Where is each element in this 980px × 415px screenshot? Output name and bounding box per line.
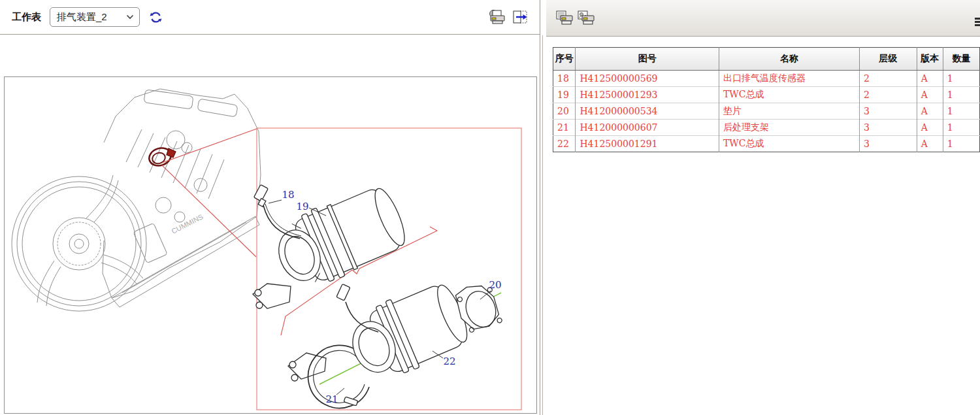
exploded-view-diagram: CUMMINS — [5, 77, 536, 413]
table-row[interactable]: 22H412500001291TWC总成3A1 — [553, 136, 980, 152]
left-toolbar: 工作表 排气装置_2 — [0, 0, 540, 35]
table-cell[interactable]: 22 — [553, 136, 576, 152]
menu-icon[interactable] — [975, 16, 980, 27]
diagram-frame: CUMMINS — [4, 76, 537, 414]
table-cell[interactable]: H412000000534 — [576, 103, 719, 120]
table-row[interactable]: 20H412000000534垫片3A1 — [553, 103, 980, 120]
table-cell[interactable]: 2 — [859, 87, 917, 103]
table-cell[interactable]: 出口排气温度传感器 — [719, 71, 860, 87]
parts-table: 序号图号名称层级版本数量 18H412500000569出口排气温度传感器2A1… — [553, 47, 980, 152]
column-header: 版本 — [917, 48, 943, 71]
panel-divider[interactable] — [542, 35, 543, 415]
table-header-row: 序号图号名称层级版本数量 — [553, 48, 980, 71]
print-image-icon[interactable] — [578, 10, 595, 26]
right-toolbar — [546, 0, 980, 37]
table-cell[interactable]: 1 — [943, 120, 979, 136]
callout-18[interactable]: 18 — [282, 189, 294, 201]
diagram-area: CUMMINS — [0, 35, 540, 415]
table-cell[interactable]: 19 — [553, 87, 576, 103]
worksheet-select[interactable]: 排气装置_2 — [50, 7, 140, 27]
table-cell[interactable]: 1 — [943, 103, 979, 120]
left-panel: 工作表 排气装置_2 — [0, 0, 540, 415]
table-cell[interactable]: A — [917, 71, 943, 87]
table-cell[interactable]: 后处理支架 — [719, 120, 860, 136]
callout-leader — [269, 200, 282, 203]
table-row[interactable]: 19H412500001293TWC总成2A1 — [553, 87, 980, 103]
table-cell[interactable]: 2 — [859, 71, 917, 87]
leader-line-top — [162, 129, 257, 163]
right-panel: 序号图号名称层级版本数量 18H412500000569出口排气温度传感器2A1… — [546, 0, 980, 415]
callout-19[interactable]: 19 — [296, 201, 308, 212]
table-cell[interactable]: TWC总成 — [719, 136, 860, 152]
engine-sketch: CUMMINS — [12, 89, 261, 311]
table-cell[interactable]: H412500000569 — [576, 71, 719, 87]
table-cell[interactable]: TWC总成 — [719, 87, 860, 103]
table-cell[interactable]: 垫片 — [719, 103, 860, 120]
table-cell[interactable]: 20 — [553, 103, 576, 120]
table-cell[interactable]: 18 — [553, 71, 576, 87]
worksheet-select-value: 排气装置_2 — [57, 11, 126, 24]
column-header: 序号 — [553, 48, 576, 71]
refresh-icon[interactable] — [149, 10, 163, 24]
table-cell[interactable]: 3 — [859, 120, 917, 136]
column-header: 名称 — [719, 48, 860, 71]
chevron-down-icon — [126, 14, 134, 20]
worksheet-label: 工作表 — [12, 11, 41, 24]
column-header: 数量 — [943, 48, 979, 71]
callout-20[interactable]: 20 — [489, 279, 501, 291]
table-cell[interactable]: 3 — [859, 103, 917, 120]
upper-twc-assembly — [253, 179, 412, 308]
column-header: 图号 — [576, 48, 719, 71]
highlighted-part — [147, 145, 176, 168]
table-cell[interactable]: A — [917, 103, 943, 120]
table-cell[interactable]: 1 — [943, 87, 979, 103]
callout-22[interactable]: 22 — [443, 356, 455, 367]
callout-21[interactable]: 21 — [325, 393, 338, 405]
table-cell[interactable]: H412500001291 — [576, 136, 719, 152]
table-row[interactable]: 18H412500000569出口排气温度传感器2A1 — [553, 71, 980, 87]
table-cell[interactable]: A — [917, 136, 943, 152]
engine-logo-text: CUMMINS — [170, 212, 204, 235]
table-cell[interactable]: A — [917, 87, 943, 103]
table-cell[interactable]: 1 — [943, 136, 979, 152]
table-cell[interactable]: H412500001293 — [576, 87, 719, 103]
lower-twc-assembly — [288, 276, 504, 408]
print-icon[interactable] — [489, 9, 506, 25]
table-cell[interactable]: 21 — [553, 120, 576, 136]
table-row[interactable]: 21H412000000607后处理支架3A1 — [553, 120, 980, 136]
table-cell[interactable]: A — [917, 120, 943, 136]
print-table-icon[interactable] — [556, 10, 574, 26]
export-page-icon[interactable] — [512, 9, 528, 25]
table-cell[interactable]: 3 — [859, 136, 917, 152]
table-cell[interactable]: H412000000607 — [576, 120, 719, 136]
column-header: 层级 — [859, 48, 917, 71]
table-cell[interactable]: 1 — [943, 71, 979, 87]
